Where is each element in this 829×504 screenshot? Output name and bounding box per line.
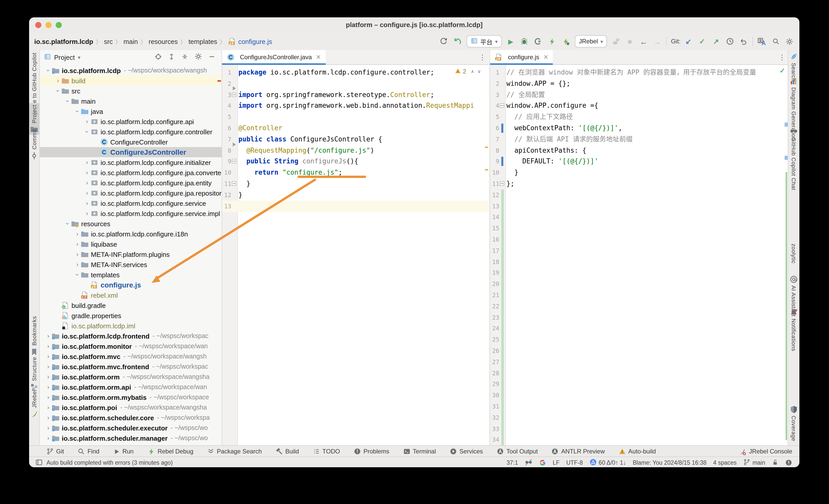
fold-marker-icon[interactable] bbox=[500, 181, 504, 186]
tree-row[interactable]: ›liquibase bbox=[40, 239, 221, 249]
tree-row[interactable]: build.gradle bbox=[40, 300, 221, 311]
tree-row[interactable]: ›io.sc.platform.mvc.frontend- ~/wspsc/wo… bbox=[40, 362, 221, 372]
copilot-disabled-icon[interactable] bbox=[525, 459, 532, 466]
hide-panel-icon[interactable] bbox=[208, 53, 215, 62]
tree-row[interactable]: rebel.xml bbox=[40, 290, 221, 300]
chevron-expanded-icon[interactable]: › bbox=[74, 272, 81, 278]
tree-row[interactable]: ConfigureController bbox=[40, 137, 221, 147]
chevron-expanded-icon[interactable]: › bbox=[45, 67, 52, 74]
code-line[interactable] bbox=[506, 234, 789, 245]
code-line[interactable] bbox=[239, 111, 489, 122]
code-line[interactable]: } bbox=[506, 167, 789, 178]
chevron-collapsed-icon[interactable]: › bbox=[45, 414, 51, 421]
sidebar-item-commit[interactable]: Commit bbox=[29, 128, 39, 161]
code-line[interactable]: apiContextPaths: { bbox=[506, 145, 789, 156]
code-line[interactable] bbox=[506, 356, 789, 368]
code-line[interactable] bbox=[506, 256, 789, 267]
breadcrumb-item[interactable]: main bbox=[123, 38, 138, 45]
run-button[interactable]: ▶ bbox=[506, 37, 515, 46]
back-button[interactable]: ← bbox=[639, 37, 649, 46]
chevron-collapsed-icon[interactable]: › bbox=[74, 230, 81, 238]
line-separator[interactable]: LF bbox=[553, 459, 560, 465]
chevron-collapsed-icon[interactable]: › bbox=[84, 200, 91, 207]
code-line[interactable] bbox=[506, 245, 789, 256]
code-line[interactable] bbox=[506, 401, 789, 412]
code-line[interactable] bbox=[506, 412, 789, 423]
code-line[interactable]: webContextPath: '[(@{/})]', bbox=[506, 122, 789, 134]
code-line[interactable]: import org.springframework.web.bind.anno… bbox=[239, 100, 489, 112]
code-line[interactable]: DEFAULT: '[(@{/})]' bbox=[506, 156, 789, 167]
code-line[interactable] bbox=[239, 78, 489, 89]
tab-configurejscontroller-java[interactable]: ConfigureJsController.java ✕ bbox=[222, 50, 326, 64]
chevron-expanded-icon[interactable]: › bbox=[64, 220, 71, 227]
status-message[interactable]: Auto build completed with errors (3 minu… bbox=[46, 457, 173, 467]
breadcrumb-item[interactable]: resources bbox=[149, 38, 178, 45]
tree-row[interactable]: ›io.sc.platform.scheduler.executor- ~/ws… bbox=[40, 423, 221, 433]
expand-all-icon[interactable] bbox=[168, 53, 175, 62]
chevron-collapsed-icon[interactable]: › bbox=[45, 424, 51, 431]
tree-row[interactable]: ›main bbox=[40, 96, 221, 106]
code-line[interactable]: @Controller bbox=[239, 122, 489, 134]
sidebar-item-jrebel[interactable]: JRebel bbox=[29, 388, 39, 420]
chevron-expanded-icon[interactable]: › bbox=[74, 108, 81, 115]
search-everywhere-button[interactable] bbox=[771, 37, 781, 46]
tree-row[interactable]: configure.js bbox=[40, 280, 221, 290]
close-icon[interactable]: ✕ bbox=[543, 53, 548, 61]
toolwindow-button-todo[interactable]: TODO bbox=[313, 448, 340, 455]
caret-position[interactable]: 37:1 bbox=[507, 459, 518, 465]
code-line[interactable]: import org.springframework.stereotype.Co… bbox=[239, 89, 489, 100]
toolwindow-button-services[interactable]: Services bbox=[450, 448, 483, 455]
chevron-collapsed-icon[interactable]: › bbox=[45, 435, 51, 442]
fold-marker-icon[interactable] bbox=[232, 181, 236, 186]
rollback-button[interactable] bbox=[738, 37, 748, 46]
tree-row[interactable]: ›io.sc.platform.scheduler.manager.fronte… bbox=[40, 443, 221, 445]
sidebar-item-notifications[interactable]: Notifications bbox=[788, 307, 799, 353]
tool-window-toggle-icon[interactable] bbox=[35, 459, 43, 467]
tree-row[interactable]: ›META-INF.platform.plugins bbox=[40, 249, 221, 259]
changes-summary[interactable]: 60 Δ/0↑ 1↓ bbox=[589, 458, 626, 466]
tab-options-icon[interactable]: ⋮ bbox=[779, 50, 786, 64]
blame-info[interactable]: Blame: You 2024/8/15 16:38 bbox=[633, 459, 707, 465]
history-button[interactable] bbox=[725, 37, 734, 46]
no-problems-icon[interactable]: ✓ bbox=[780, 67, 785, 75]
tree-row[interactable]: ›src bbox=[40, 86, 221, 96]
tree-row[interactable]: ›io.sc.platform.lcdp.configure.i18n bbox=[40, 229, 221, 239]
code-line[interactable] bbox=[506, 290, 789, 301]
collapse-all-icon[interactable] bbox=[181, 53, 188, 62]
tree-row[interactable]: ›java bbox=[40, 106, 221, 116]
chevron-collapsed-icon[interactable]: › bbox=[45, 384, 51, 391]
navigate-warnings-icons[interactable]: ∧ ∨ bbox=[471, 69, 482, 74]
toolwindow-button-git[interactable]: Git bbox=[46, 448, 64, 455]
tree-row[interactable]: ›io.sc.platform.monitor- ~/wspsc/workspa… bbox=[40, 341, 221, 351]
lock-icon[interactable] bbox=[772, 459, 779, 466]
tree-row[interactable]: ›io.sc.platform.lcdp.configure.api bbox=[40, 116, 221, 127]
tree-row[interactable]: ›io.sc.platform.orm- ~/wspsc/workspace/w… bbox=[40, 372, 221, 382]
tree-row[interactable]: ›io.sc.platform.lcdp.configure.jpa.conve… bbox=[40, 168, 221, 178]
code-line[interactable] bbox=[506, 423, 789, 434]
chevron-collapsed-icon[interactable]: › bbox=[84, 118, 91, 125]
code-line[interactable] bbox=[506, 323, 789, 334]
tree-row[interactable]: gradle.properties bbox=[40, 311, 221, 321]
chevron-down-icon[interactable]: ▾ bbox=[78, 55, 80, 60]
google-icon[interactable] bbox=[539, 459, 546, 466]
code-line[interactable] bbox=[506, 334, 789, 345]
code-line[interactable]: } bbox=[239, 178, 489, 189]
code-line[interactable] bbox=[506, 390, 789, 401]
chevron-collapsed-icon[interactable]: › bbox=[45, 332, 51, 339]
chevron-collapsed-icon[interactable]: › bbox=[84, 179, 91, 186]
tree-row[interactable]: ›io.sc.platform.lcdp.configure.service bbox=[40, 198, 221, 208]
chevron-collapsed-icon[interactable]: › bbox=[45, 363, 51, 370]
chevron-collapsed-icon[interactable]: › bbox=[74, 241, 81, 248]
chevron-collapsed-icon[interactable]: › bbox=[45, 394, 51, 401]
chevron-expanded-icon[interactable]: › bbox=[55, 87, 62, 94]
translate-button[interactable] bbox=[757, 37, 767, 46]
toolwindow-button-problems[interactable]: Problems bbox=[354, 448, 389, 455]
toolwindow-button-rebel-debug[interactable]: Rebel Debug bbox=[147, 447, 193, 455]
breadcrumb-item[interactable]: templates bbox=[188, 38, 217, 45]
code-line[interactable]: public class ConfigureJsController { bbox=[239, 134, 489, 145]
code-line[interactable] bbox=[506, 212, 789, 223]
jrebel-select[interactable]: JRebel ▾ bbox=[575, 35, 607, 47]
tree-row[interactable]: ›io.sc.platform.lcdp.configure.controlle… bbox=[40, 127, 221, 137]
sidebar-item-bookmarks[interactable]: Bookmarks bbox=[29, 315, 39, 357]
tree-row[interactable]: ›io.sc.platform.scheduler.core- ~/wspsc/… bbox=[40, 412, 221, 423]
